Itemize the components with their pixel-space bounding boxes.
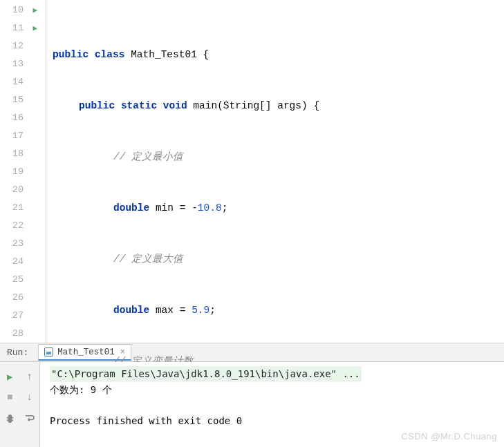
line-gutter: 10▶11▶1213141516171819202122232425262728 bbox=[0, 0, 44, 343]
code-line: // 定义最大值 bbox=[44, 250, 504, 268]
gutter-line[interactable]: 14 bbox=[0, 73, 44, 91]
app-icon bbox=[44, 348, 53, 356]
code-line: // 定义最小值 bbox=[44, 148, 504, 166]
gutter-line[interactable]: 19 bbox=[0, 163, 44, 181]
editor-area: 10▶11▶1213141516171819202122232425262728… bbox=[0, 0, 504, 343]
code-line: public static void main(String[] args) { bbox=[44, 97, 504, 115]
console-line: Process finished with exit code 0 bbox=[50, 413, 498, 429]
console-command: "C:\Program Files\Java\jdk1.8.0_191\bin\… bbox=[50, 366, 362, 382]
debug-icon[interactable] bbox=[3, 412, 16, 424]
stop-icon[interactable]: ■ bbox=[3, 391, 16, 403]
soft-wrap-icon[interactable] bbox=[24, 412, 36, 424]
code-column[interactable]: public class Math_Test01 { public static… bbox=[44, 0, 504, 343]
gutter-line[interactable]: 16 bbox=[0, 109, 44, 127]
scroll-up-icon[interactable]: ↑ bbox=[24, 370, 36, 383]
scroll-down-icon[interactable]: ↓ bbox=[24, 391, 36, 403]
run-gutter-icon[interactable]: ▶ bbox=[29, 19, 37, 37]
code-line: double max = 5.9; bbox=[44, 301, 504, 319]
rerun-icon[interactable]: ▶ bbox=[3, 370, 16, 383]
console-line: 个数为: 9 个 bbox=[50, 382, 498, 398]
gutter-line[interactable]: 24 bbox=[0, 253, 44, 271]
gutter-line[interactable]: 11▶ bbox=[0, 19, 44, 37]
gutter-line[interactable]: 18 bbox=[0, 145, 44, 163]
gutter-line[interactable]: 25 bbox=[0, 271, 44, 289]
gutter-line[interactable]: 27 bbox=[0, 307, 44, 325]
gutter-line[interactable]: 21 bbox=[0, 199, 44, 217]
gutter-line[interactable]: 20 bbox=[0, 181, 44, 199]
code-line: public class Math_Test01 { bbox=[44, 46, 504, 64]
watermark: CSDN @Mr.D.Chuang bbox=[401, 431, 497, 441]
gutter-line[interactable]: 15 bbox=[0, 91, 44, 109]
gutter-line[interactable]: 28 bbox=[0, 325, 44, 343]
gutter-line[interactable]: 17 bbox=[0, 127, 44, 145]
run-gutter-icon[interactable]: ▶ bbox=[29, 1, 37, 19]
gutter-line[interactable]: 13 bbox=[0, 55, 44, 73]
gutter-line[interactable]: 12 bbox=[0, 37, 44, 55]
gutter-line[interactable]: 26 bbox=[0, 289, 44, 307]
code-line: double min = -10.8; bbox=[44, 199, 504, 217]
gutter-line[interactable]: 10▶ bbox=[0, 1, 44, 19]
gutter-line[interactable]: 23 bbox=[0, 235, 44, 253]
gutter-line[interactable]: 22 bbox=[0, 217, 44, 235]
run-label: Run: bbox=[7, 348, 28, 358]
run-toolbar: ▶ ↑ ■ ↓ bbox=[0, 362, 40, 447]
